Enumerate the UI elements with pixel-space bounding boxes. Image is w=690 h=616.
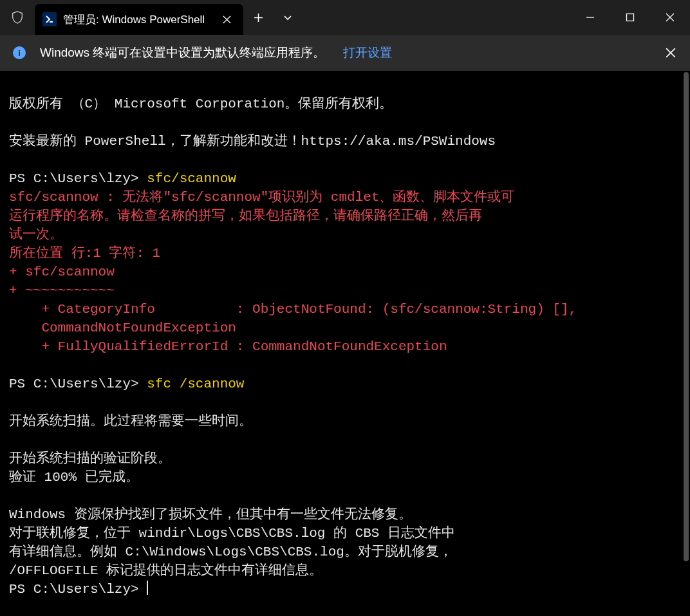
maximize-button[interactable] <box>610 0 650 35</box>
terminal-area[interactable]: 版权所有 （C） Microsoft Corporation。保留所有权利。 安… <box>0 71 690 611</box>
prompt: PS C:\Users\lzy> <box>9 377 147 391</box>
powershell-icon <box>42 12 57 26</box>
window-close-button[interactable] <box>650 0 690 35</box>
tab-close-button[interactable] <box>218 10 236 28</box>
command-text: sfc /scannow <box>147 377 244 391</box>
terminal-line: 验证 100% 已完成。 <box>9 470 139 485</box>
tab-dropdown-button[interactable] <box>273 0 303 35</box>
terminal-line: 版权所有 （C） Microsoft Corporation。保留所有权利。 <box>9 97 393 111</box>
terminal-line: 安装最新的 PowerShell，了解新功能和改进！https://aka.ms… <box>9 134 496 149</box>
terminal-line: 开始系统扫描。此过程将需要一些时间。 <box>9 414 252 429</box>
scrollbar-thumb[interactable] <box>684 72 689 561</box>
error-line: + sfc/scannow <box>9 265 115 279</box>
tab-active[interactable]: 管理员: Windows PowerShell <box>35 4 243 35</box>
terminal-line: /OFFLOGFILE 标记提供的日志文件中有详细信息。 <box>9 563 322 578</box>
notice-bar: i Windows 终端可在设置中设置为默认终端应用程序。 打开设置 <box>0 35 690 71</box>
svg-rect-0 <box>627 14 634 21</box>
info-icon: i <box>13 46 26 59</box>
error-line: sfc/scannow : 无法将"sfc/scannow"项识别为 cmdle… <box>9 190 514 205</box>
minimize-button[interactable] <box>570 0 610 35</box>
error-line: + ~~~~~~~~~~~ <box>9 283 115 298</box>
error-line: 试一次。 <box>9 227 63 242</box>
tab-title: 管理员: Windows PowerShell <box>63 12 212 27</box>
error-line: 所在位置 行:1 字符: 1 <box>9 246 160 261</box>
error-line: + FullyQualifiedErrorId : CommandNotFoun… <box>9 339 447 354</box>
terminal-line: 对于联机修复，位于 windir\Logs\CBS\CBS.log 的 CBS … <box>9 526 455 541</box>
prompt: PS C:\Users\lzy> <box>9 171 147 186</box>
titlebar-drag-area[interactable] <box>303 0 570 35</box>
terminal-line: 开始系统扫描的验证阶段。 <box>9 451 171 466</box>
open-settings-link[interactable]: 打开设置 <box>343 44 392 61</box>
title-bar: 管理员: Windows PowerShell <box>0 0 690 35</box>
notice-close-button[interactable] <box>651 48 690 58</box>
terminal-cursor <box>147 581 148 595</box>
command-text: sfc/scannow <box>147 171 236 186</box>
terminal-line: 有详细信息。例如 C:\Windows\Logs\CBS\CBS.log。对于脱… <box>9 545 452 559</box>
error-line: 运行程序的名称。请检查名称的拼写，如果包括路径，请确保路径正确，然后再 <box>9 209 482 223</box>
admin-shield-icon <box>0 0 35 35</box>
terminal-line: Windows 资源保护找到了损坏文件，但其中有一些文件无法修复。 <box>9 507 412 522</box>
error-line: + CategoryInfo : ObjectNotFound: (sfc/sc… <box>9 302 577 317</box>
error-line: CommandNotFoundException <box>9 321 236 335</box>
new-tab-button[interactable] <box>243 0 273 35</box>
notice-text: Windows 终端可在设置中设置为默认终端应用程序。 <box>40 44 325 61</box>
prompt: PS C:\Users\lzy> <box>9 582 147 597</box>
